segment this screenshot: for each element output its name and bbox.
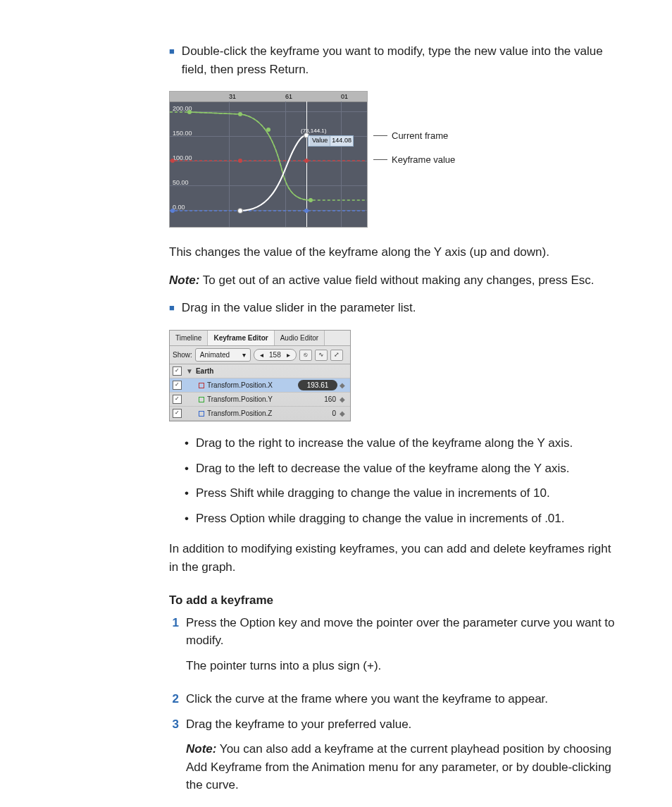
note-label: Note: bbox=[186, 742, 216, 756]
chevron-left-icon: ◂ bbox=[257, 350, 266, 360]
sub-bullet-text: Press Option while dragging to change th… bbox=[196, 510, 565, 528]
svg-point-3 bbox=[170, 209, 175, 213]
sub-bullet-marker: • bbox=[185, 460, 189, 478]
keyframe-diamond-icon: ◆ bbox=[337, 394, 347, 405]
sub-bullet-marker: • bbox=[185, 484, 189, 503]
step-number: 2 bbox=[169, 690, 179, 708]
step-item: 1 Press the Option key and move the poin… bbox=[169, 614, 623, 685]
bullet-item: ■ Double-click the keyframe you want to … bbox=[169, 42, 623, 78]
svg-point-7 bbox=[238, 112, 242, 116]
disclosure-triangle-icon: ▼ bbox=[186, 366, 193, 376]
bullet-text: Double-click the keyframe you want to mo… bbox=[182, 42, 623, 78]
keyframe-diamond-icon: ◆ bbox=[337, 380, 347, 390]
sub-bullet-marker: • bbox=[185, 434, 189, 452]
snapshot-icon: ⎋ bbox=[299, 350, 312, 361]
chevron-right-icon: ▸ bbox=[284, 350, 293, 360]
sub-bullet-text: Press Shift while dragging to change the… bbox=[196, 484, 550, 503]
value-input-box: Value 144.08 bbox=[308, 135, 354, 147]
color-swatch-blue bbox=[199, 411, 204, 417]
param-value: 0 bbox=[302, 408, 337, 419]
checkbox-icon: ✓ bbox=[173, 395, 182, 404]
param-name: Transform.Position.Z bbox=[207, 408, 302, 419]
tabs: Timeline Keyframe Editor Audio Editor bbox=[170, 331, 350, 346]
step-number: 1 bbox=[169, 614, 179, 685]
figure-curve-editor: 31 61 01 200.00 150.00 100.00 50.00 0.00 bbox=[169, 91, 623, 228]
show-select-value: Animated bbox=[200, 350, 230, 360]
frame-value: 158 bbox=[266, 350, 284, 360]
chevron-down-icon: ▾ bbox=[242, 350, 246, 360]
svg-point-8 bbox=[266, 128, 270, 132]
step-text: Drag the keyframe to your preferred valu… bbox=[186, 715, 623, 734]
curve-icon: ∿ bbox=[315, 350, 328, 361]
checkbox-icon: ✓ bbox=[173, 409, 182, 418]
figure-callouts: Current frame Keyframe value bbox=[373, 91, 455, 166]
callout-keyframe-value: Keyframe value bbox=[392, 153, 455, 167]
color-swatch-green bbox=[199, 397, 204, 402]
bullet-marker: ■ bbox=[169, 42, 175, 78]
value-label: Value bbox=[310, 136, 330, 146]
ruler-tick: 31 bbox=[229, 92, 236, 102]
sub-bullet-list: •Drag to the right to increase the value… bbox=[169, 434, 623, 527]
value-field: 144.08 bbox=[332, 136, 351, 146]
toolbar: Show: Animated ▾ ◂ 158 ▸ ⎋ ∿ ⤢ bbox=[170, 346, 350, 364]
curves-svg bbox=[170, 101, 367, 227]
svg-point-1 bbox=[238, 159, 242, 163]
note-text: You can also add a keyframe at the curre… bbox=[186, 742, 611, 791]
bullet-text: Drag in the value slider in the paramete… bbox=[182, 299, 416, 317]
sub-bullet-text: Drag to the left to decrease the value o… bbox=[196, 460, 569, 478]
callout-current-frame: Current frame bbox=[392, 129, 448, 143]
coordinate-readout: (73,144.1) bbox=[301, 127, 326, 135]
figure-parameter-list: Timeline Keyframe Editor Audio Editor Sh… bbox=[169, 330, 351, 421]
param-row-group: ✓ ▼ Earth bbox=[170, 364, 350, 378]
param-row: ✓ Transform.Position.Y 160 ◆ bbox=[170, 393, 350, 407]
ruler-tick: 01 bbox=[341, 92, 348, 102]
show-select: Animated ▾ bbox=[195, 348, 251, 362]
color-swatch-red bbox=[199, 383, 204, 388]
note-label: Note: bbox=[169, 273, 199, 287]
tab-audio-editor: Audio Editor bbox=[275, 331, 325, 345]
svg-point-10 bbox=[238, 209, 243, 214]
svg-point-2 bbox=[304, 159, 309, 163]
step-number: 3 bbox=[169, 715, 179, 804]
ruler-tick: 61 bbox=[285, 92, 292, 102]
heading-add-keyframe: To add a keyframe bbox=[169, 591, 623, 610]
paragraph: In addition to modifying existing keyfra… bbox=[169, 540, 623, 576]
svg-point-0 bbox=[170, 159, 175, 163]
bullet-item: ■ Drag in the value slider in the parame… bbox=[169, 299, 623, 317]
param-row: ✓ Transform.Position.Z 0 ◆ bbox=[170, 407, 350, 421]
param-name: Transform.Position.Y bbox=[207, 394, 302, 405]
svg-point-9 bbox=[309, 198, 313, 202]
note-paragraph: Note: You can also add a keyframe at the… bbox=[186, 740, 623, 794]
param-value: 160 bbox=[302, 394, 337, 405]
timeline-ruler: 31 61 01 bbox=[170, 92, 367, 102]
tab-keyframe-editor: Keyframe Editor bbox=[208, 331, 274, 345]
bullet-marker: ■ bbox=[169, 299, 175, 317]
sub-bullet-text: Drag to the right to increase the value … bbox=[196, 434, 573, 452]
fit-icon: ⤢ bbox=[330, 350, 343, 361]
step-item: 2 Click the curve at the frame where you… bbox=[169, 690, 623, 708]
checkbox-icon: ✓ bbox=[173, 366, 182, 376]
svg-point-5 bbox=[304, 209, 309, 213]
tab-timeline: Timeline bbox=[170, 331, 208, 345]
paragraph: This changes the value of the keyframe a… bbox=[169, 243, 623, 261]
step-text: Click the curve at the frame where you w… bbox=[186, 690, 548, 708]
checkbox-icon: ✓ bbox=[173, 381, 182, 390]
note-text: To get out of an active value field with… bbox=[199, 273, 594, 287]
step-item: 3 Drag the keyframe to your preferred va… bbox=[169, 715, 623, 804]
param-value: 193.61 bbox=[298, 380, 337, 390]
keyframe-diamond-icon: ◆ bbox=[337, 408, 347, 419]
param-name: Transform.Position.X bbox=[207, 380, 298, 390]
show-label: Show: bbox=[173, 350, 192, 360]
frame-stepper: ◂ 158 ▸ bbox=[254, 349, 297, 361]
note-paragraph: Note: To get out of an active value fiel… bbox=[169, 271, 623, 290]
curve-editor-screenshot: 31 61 01 200.00 150.00 100.00 50.00 0.00 bbox=[169, 91, 368, 228]
param-row: ✓ Transform.Position.X 193.61 ◆ bbox=[170, 378, 350, 393]
step-subtext: The pointer turns into a plus sign (+). bbox=[186, 657, 623, 675]
svg-point-6 bbox=[187, 110, 192, 114]
step-text: Press the Option key and move the pointe… bbox=[186, 614, 623, 650]
sub-bullet-marker: • bbox=[185, 510, 189, 528]
param-name: Earth bbox=[196, 366, 347, 376]
